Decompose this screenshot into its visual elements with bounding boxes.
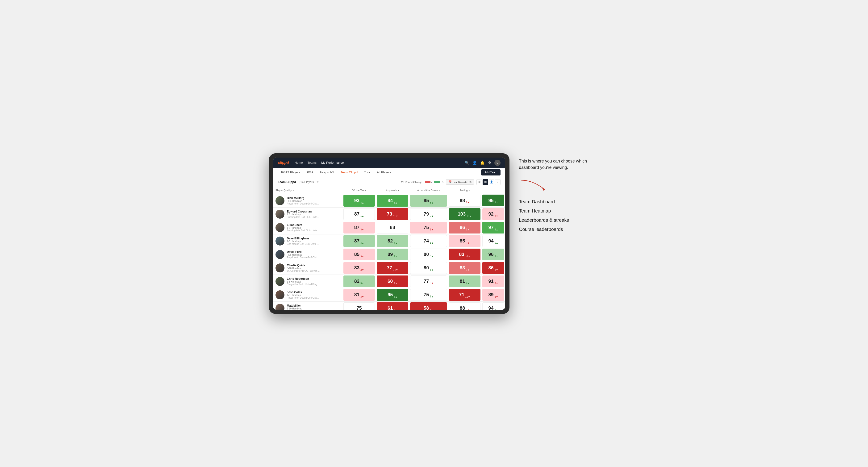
score-box: 87 3▼ <box>343 222 375 234</box>
nav-link-home[interactable]: Home <box>294 161 303 164</box>
player-cell: Matt Miller 6-10 Handicap Woburn Golf Cl… <box>273 302 342 310</box>
score-change: 14▼ <box>393 269 398 272</box>
score-value: 81 <box>354 292 360 298</box>
nav-link-myperformance[interactable]: My Performance <box>321 161 344 164</box>
table-body: Blair McHarg Plus Handicap Royal North D… <box>273 194 505 310</box>
player-info: Chris Robertson 1-5 Handicap Craigmillar… <box>287 277 320 286</box>
score-value: 82 <box>388 238 393 244</box>
table-row[interactable]: Charlie Quick 6-10 Handicap St. George's… <box>273 261 505 275</box>
score-value: 85 <box>354 252 360 257</box>
score-value: 84 <box>388 198 393 203</box>
score-quality-cell: 82 3▲ <box>342 275 376 288</box>
score-value: 80 <box>424 265 429 271</box>
player-club: Royal North Devon Golf Club, United King… <box>287 256 320 259</box>
table-row[interactable]: Dave Billingham 1-5 Handicap Gog Magog G… <box>273 234 505 248</box>
score-value: 86 <box>488 265 493 271</box>
tab-pgat-players[interactable]: PGAT Players <box>278 168 304 177</box>
team-count: | 14 Players <box>299 181 314 184</box>
calendar-icon: 📅 <box>448 181 452 184</box>
player-cell: David Ford Plus Handicap Royal North Dev… <box>273 248 342 261</box>
tab-all-players[interactable]: All Players <box>373 168 394 177</box>
player-avatar <box>276 237 284 246</box>
bar-neg-label: -5 <box>431 181 434 184</box>
tab-team-clippd[interactable]: Team Clippd <box>337 168 361 177</box>
table-row[interactable]: Chris Robertson 1-5 Handicap Craigmillar… <box>273 275 505 288</box>
tab-hcaps[interactable]: Hcaps 1-5 <box>317 168 337 177</box>
player-handicap: 1-5 Handicap <box>287 213 320 216</box>
view-grid-button[interactable]: ⊞ <box>476 179 482 185</box>
score-off_tee-cell: 73 11▼ <box>376 207 409 221</box>
score-change: 6▼ <box>466 228 469 231</box>
score-change: 1▲ <box>430 269 433 272</box>
score-change: 3▼ <box>361 228 364 231</box>
annotation-item-course: Course leaderboards <box>519 227 599 232</box>
view-icons: ⊞ ▦ 👤 ↓ <box>476 179 500 185</box>
score-change: 10▼ <box>465 255 470 258</box>
score-around_green-cell: 83 6▼ <box>448 261 481 275</box>
tab-pga[interactable]: PGA <box>304 168 316 177</box>
table-row[interactable]: Josh Coles 1-5 Handicap Royal North Devo… <box>273 288 505 302</box>
score-value: 74 <box>424 238 429 244</box>
table-row[interactable]: Elliot Ebert 1-5 Handicap Sunningdale Go… <box>273 221 505 234</box>
sub-header-right: 20 Round Change -5 +5 📅 Last Rounds: 20 … <box>401 179 500 185</box>
table-row[interactable]: Matt Miller 6-10 Handicap Woburn Golf Cl… <box>273 302 505 310</box>
view-table-button[interactable]: ▦ <box>483 179 488 185</box>
score-value: 75 <box>424 292 429 298</box>
score-box: 88 1▼ <box>449 195 480 207</box>
player-info: Edward Crossman 1-5 Handicap Sunningdale… <box>287 210 320 218</box>
player-avatar <box>276 250 284 259</box>
table-row[interactable]: Edward Crossman 1-5 Handicap Sunningdale… <box>273 207 505 221</box>
score-change: 5▲ <box>495 228 498 231</box>
add-team-button[interactable]: Add Team <box>481 169 500 176</box>
score-value: 75 <box>356 305 362 310</box>
score-value: 87 <box>354 225 360 230</box>
search-icon[interactable]: 🔍 <box>465 161 469 165</box>
score-change: 3▼ <box>495 282 498 285</box>
score-off_tee-cell: 60 2▲ <box>376 275 409 288</box>
tab-tour[interactable]: Tour <box>361 168 373 177</box>
score-putting-cell: 96 3▲ <box>482 248 505 261</box>
last-rounds-button[interactable]: 📅 Last Rounds: 20 <box>446 179 474 185</box>
score-change: 3▼ <box>430 228 433 231</box>
score-quality-cell: 75 <box>342 302 376 310</box>
score-approach-cell: 74 1▲ <box>409 234 448 248</box>
score-value: 103 <box>458 211 466 217</box>
nav-link-teams[interactable]: Teams <box>308 161 316 164</box>
table-row[interactable]: Blair McHarg Plus Handicap Royal North D… <box>273 194 505 207</box>
player-avatar <box>276 210 284 219</box>
player-handicap: 1-5 Handicap <box>287 294 320 297</box>
score-box: 71 11▼ <box>449 289 480 301</box>
view-person-button[interactable]: 👤 <box>489 179 494 185</box>
player-handicap: 6-10 Handicap <box>287 307 320 310</box>
settings-icon[interactable]: ⚙ <box>488 161 491 165</box>
annotation-item-heatmap: Team Heatmap <box>519 208 599 214</box>
score-approach-cell: 85 8▲ <box>409 194 448 207</box>
player-cell: Edward Crossman 1-5 Handicap Sunningdale… <box>273 208 342 220</box>
edit-icon[interactable]: ✏ <box>316 180 319 184</box>
player-name: David Ford <box>287 250 320 253</box>
player-handicap: 1-5 Handicap <box>287 280 320 283</box>
score-value: 81 <box>460 279 465 284</box>
score-change: 3▼ <box>430 282 433 285</box>
view-download-button[interactable]: ↓ <box>495 179 500 185</box>
player-handicap: 1-5 Handicap <box>287 227 320 229</box>
col-approach: Approach ▾ <box>376 187 409 194</box>
score-box: 85 8▲ <box>410 195 447 207</box>
annotation-item-leaderboards: Leaderboards & streaks <box>519 217 599 223</box>
score-box: 82 4▲ <box>377 235 408 247</box>
score-box: 86 6▼ <box>449 222 480 234</box>
score-change: 3▼ <box>361 255 364 258</box>
player-handicap: Plus Handicap <box>287 253 320 256</box>
score-box: 93 4▲ <box>343 195 375 207</box>
avatar[interactable]: U <box>494 160 500 166</box>
score-box: 96 3▲ <box>483 249 504 260</box>
player-club: Gog Magog Golf Club, United Kingdom <box>287 243 320 245</box>
table-container: Player Quality ▾ Off the Tee ▾ Approach … <box>273 187 505 310</box>
score-value: 71 <box>459 292 464 298</box>
annotation-panel: This is where you can choose which dashb… <box>519 153 599 232</box>
table-row[interactable]: David Ford Plus Handicap Royal North Dev… <box>273 248 505 261</box>
player-info: Matt Miller 6-10 Handicap Woburn Golf Cl… <box>287 304 320 310</box>
bell-icon[interactable]: 🔔 <box>480 161 485 165</box>
score-box: 75 <box>343 302 375 310</box>
user-icon[interactable]: 👤 <box>472 161 477 165</box>
